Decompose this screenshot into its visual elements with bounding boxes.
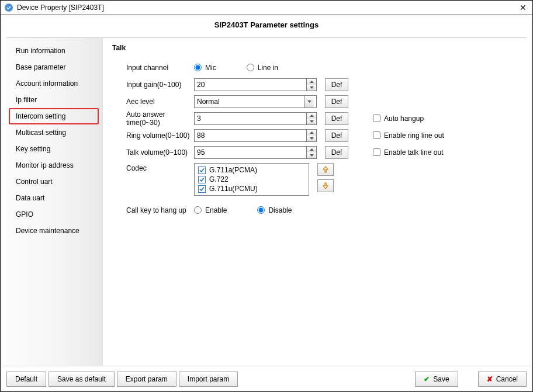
export-param-button[interactable]: Export param <box>117 372 176 387</box>
save-label: Save <box>433 375 449 383</box>
ring-volume-def-button[interactable]: Def <box>325 129 348 142</box>
cancel-label: Cancel <box>496 375 518 383</box>
aec-level-label: Aec level <box>112 98 194 106</box>
device-property-window: Device Property [SIP2403T] ✕ SIP2403T Pa… <box>0 0 533 392</box>
cancel-button[interactable]: ✘ Cancel <box>478 372 527 387</box>
enable-ring-checkbox[interactable]: Enable ring line out <box>373 131 444 140</box>
auto-answer-up-icon[interactable] <box>307 113 316 119</box>
checkbox-checked-icon <box>198 166 206 174</box>
x-icon: ✘ <box>487 375 493 383</box>
checkbox-checked-icon <box>198 185 206 193</box>
check-icon: ✔ <box>424 375 430 383</box>
radio-disable-input[interactable] <box>257 206 265 214</box>
radio-disable[interactable]: Disable <box>257 206 292 214</box>
call-key-label: Call key to hang up <box>112 206 194 214</box>
sidebar-item-gpio[interactable]: GPIO <box>6 206 102 223</box>
auto-answer-down-icon[interactable] <box>307 119 316 124</box>
enable-talk-input[interactable] <box>373 148 380 156</box>
ring-volume-spinner[interactable] <box>194 129 317 142</box>
talk-heading: Talk <box>112 44 517 52</box>
codec-item-label: G.722 <box>209 175 229 183</box>
sidebar-item-base-param[interactable]: Base parameter <box>6 59 102 75</box>
page-title: SIP2403T Parameter settings <box>1 15 532 37</box>
sidebar-item-intercom[interactable]: Intercom setting <box>9 108 99 124</box>
radio-enable-input[interactable] <box>194 206 202 214</box>
codec-item-label: G.711a(PCMA) <box>209 166 257 174</box>
aec-level-select[interactable]: Normal <box>194 95 317 108</box>
talk-volume-spinner[interactable] <box>194 146 317 159</box>
radio-line-in-input[interactable] <box>247 64 254 71</box>
codec-item-label: G.711u(PCMU) <box>209 185 258 193</box>
sidebar-item-device-maint[interactable]: Device maintenance <box>6 223 102 239</box>
codec-listbox[interactable]: G.711a(PCMA) G.722 G.711u(PCMU) <box>194 163 309 196</box>
codec-item-g722[interactable]: G.722 <box>198 175 305 184</box>
window-title: Device Property [SIP2403T] <box>17 4 517 12</box>
input-gain-up-icon[interactable] <box>307 79 316 85</box>
sidebar: Run information Base parameter Account i… <box>6 38 103 366</box>
enable-talk-label: Enable talk line out <box>384 148 443 157</box>
codec-item-pcma[interactable]: G.711a(PCMA) <box>198 165 305 175</box>
sidebar-item-data-uart[interactable]: Data uart <box>6 190 102 206</box>
sidebar-item-control-uart[interactable]: Control uart <box>6 174 102 190</box>
sidebar-item-run-info[interactable]: Run information <box>6 43 102 59</box>
app-icon <box>4 3 13 12</box>
main-area: Run information Base parameter Account i… <box>6 37 527 366</box>
input-gain-label: Input gain(0~100) <box>112 81 194 89</box>
enable-ring-input[interactable] <box>373 131 380 139</box>
close-icon[interactable]: ✕ <box>517 3 529 12</box>
arrow-down-icon <box>322 182 329 189</box>
enable-ring-label: Enable ring line out <box>384 131 444 140</box>
sidebar-item-account-info[interactable]: Account information <box>6 75 102 92</box>
sidebar-item-ip-filter[interactable]: Ip filter <box>6 92 102 108</box>
codec-label: Codec <box>112 163 194 172</box>
radio-enable-label: Enable <box>205 206 227 214</box>
input-gain-spinner[interactable] <box>194 78 317 91</box>
radio-disable-label: Disable <box>268 206 292 214</box>
ring-volume-up-icon[interactable] <box>307 130 316 136</box>
radio-mic-input[interactable] <box>194 64 202 71</box>
talk-volume-label: Talk volume(0~100) <box>112 148 194 157</box>
save-as-default-button[interactable]: Save as default <box>49 372 115 387</box>
ring-volume-label: Ring volume(0~100) <box>112 131 194 140</box>
titlebar: Device Property [SIP2403T] ✕ <box>1 1 532 15</box>
radio-mic-label: Mic <box>205 64 216 72</box>
auto-answer-spinner[interactable] <box>194 112 317 125</box>
sidebar-item-multicast[interactable]: Multicast setting <box>6 124 102 141</box>
checkbox-checked-icon <box>198 176 206 183</box>
input-gain-input[interactable] <box>195 79 306 91</box>
talk-volume-input[interactable] <box>195 147 306 158</box>
radio-line-in-label: Line in <box>258 64 278 72</box>
auto-hangup-input[interactable] <box>373 115 380 122</box>
radio-enable[interactable]: Enable <box>194 206 227 214</box>
input-gain-down-icon[interactable] <box>307 85 316 91</box>
codec-move-up-button[interactable] <box>317 163 334 176</box>
import-param-button[interactable]: Import param <box>179 372 238 387</box>
auto-hangup-checkbox[interactable]: Auto hangup <box>373 115 424 123</box>
auto-hangup-label: Auto hangup <box>384 115 424 123</box>
codec-move-down-button[interactable] <box>317 179 334 192</box>
talk-volume-up-icon[interactable] <box>307 147 316 152</box>
aec-level-def-button[interactable]: Def <box>325 95 348 108</box>
ring-volume-input[interactable] <box>195 130 306 141</box>
input-channel-label: Input channel <box>112 64 194 72</box>
radio-mic[interactable]: Mic <box>194 64 216 72</box>
default-button[interactable]: Default <box>6 372 46 387</box>
radio-line-in[interactable]: Line in <box>247 64 278 72</box>
input-gain-def-button[interactable]: Def <box>325 78 348 91</box>
codec-item-pcmu[interactable]: G.711u(PCMU) <box>198 184 305 193</box>
aec-level-value: Normal <box>197 98 220 106</box>
save-button[interactable]: ✔ Save <box>415 372 458 387</box>
arrow-up-icon <box>322 166 329 173</box>
talk-volume-def-button[interactable]: Def <box>325 146 348 159</box>
bottom-toolbar: Default Save as default Export param Imp… <box>1 366 532 391</box>
auto-answer-input[interactable] <box>195 113 306 124</box>
talk-volume-down-icon[interactable] <box>307 152 316 158</box>
chevron-down-icon <box>304 96 314 107</box>
sidebar-item-monitor-ip[interactable]: Monitor ip address <box>6 157 102 174</box>
auto-answer-def-button[interactable]: Def <box>325 112 348 125</box>
enable-talk-checkbox[interactable]: Enable talk line out <box>373 148 443 157</box>
sidebar-item-key-setting[interactable]: Key setting <box>6 141 102 157</box>
auto-answer-label: Auto answer time(0~30) <box>112 110 194 127</box>
content-panel: Talk Input channel Mic Line in Input gai… <box>103 38 527 366</box>
ring-volume-down-icon[interactable] <box>307 136 316 141</box>
